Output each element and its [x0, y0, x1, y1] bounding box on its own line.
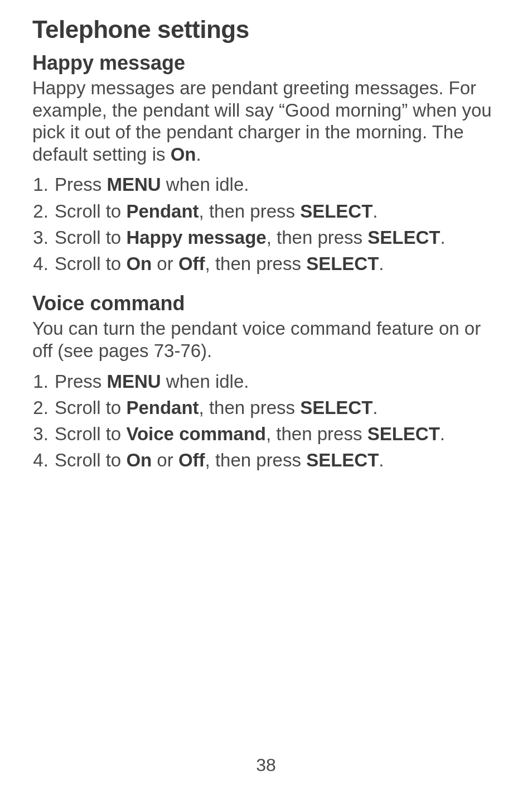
step-text: , then press — [205, 253, 307, 274]
step-text: Scroll to — [55, 253, 126, 274]
bold-happy-message: Happy message — [126, 227, 266, 248]
step-text: or — [152, 253, 178, 274]
step-text: Scroll to — [55, 397, 126, 418]
step-text: Press — [55, 174, 107, 195]
section-voice-command: Voice command You can turn the pendant v… — [32, 292, 500, 471]
section-body-happy-message: Happy messages are pendant greeting mess… — [32, 77, 500, 165]
step-text: when idle. — [161, 174, 249, 195]
section-body-voice-command: You can turn the pendant voice command f… — [32, 317, 500, 362]
document-page: Telephone settings Happy message Happy m… — [0, 0, 532, 472]
step-text: or — [152, 450, 178, 470]
bold-pendant: Pendant — [126, 201, 199, 222]
step-text: , then press — [205, 450, 307, 470]
body-text: Happy messages are pendant greeting mess… — [32, 78, 492, 165]
bold-select: SELECT — [306, 253, 379, 274]
step-text: . — [440, 423, 445, 444]
bold-off: Off — [178, 450, 205, 470]
bold-off: Off — [178, 253, 205, 274]
bold-voice-command: Voice command — [126, 423, 266, 444]
step-text: Scroll to — [55, 450, 126, 470]
list-item: Press MENU when idle. — [54, 173, 500, 196]
step-text: , then press — [199, 397, 301, 418]
step-text: , then press — [267, 227, 368, 248]
bold-select: SELECT — [300, 201, 373, 222]
step-text: , then press — [199, 201, 301, 222]
bold-select: SELECT — [367, 227, 440, 248]
list-item: Scroll to On or Off, then press SELECT. — [54, 449, 500, 471]
body-text: . — [196, 144, 201, 165]
list-item: Scroll to On or Off, then press SELECT. — [54, 252, 500, 275]
list-item: Scroll to Happy message, then press SELE… — [54, 226, 500, 249]
step-text: when idle. — [161, 371, 249, 392]
step-text: Scroll to — [55, 227, 126, 248]
step-text: . — [373, 397, 378, 418]
steps-list-voice-command: Press MENU when idle. Scroll to Pendant,… — [32, 370, 500, 472]
bold-on: On — [126, 450, 152, 470]
step-text: . — [373, 201, 378, 222]
section-heading-voice-command: Voice command — [32, 292, 500, 315]
bold-select: SELECT — [300, 397, 373, 418]
step-text: . — [379, 253, 384, 274]
bold-on: On — [126, 253, 152, 274]
bold-menu: MENU — [107, 371, 161, 392]
list-item: Scroll to Pendant, then press SELECT. — [54, 396, 500, 419]
step-text: . — [440, 227, 445, 248]
step-text: . — [379, 450, 384, 470]
page-number: 38 — [0, 755, 532, 776]
section-heading-happy-message: Happy message — [32, 51, 500, 75]
step-text: Scroll to — [55, 423, 126, 444]
bold-menu: MENU — [107, 174, 161, 195]
bold-on: On — [171, 144, 196, 165]
step-text: Scroll to — [55, 201, 126, 222]
list-item: Press MENU when idle. — [54, 370, 500, 393]
step-text: , then press — [266, 423, 367, 444]
step-text: Press — [55, 371, 107, 392]
bold-pendant: Pendant — [126, 397, 199, 418]
body-text: You can turn the pendant voice command f… — [32, 318, 481, 361]
list-item: Scroll to Voice command, then press SELE… — [54, 422, 500, 445]
bold-select: SELECT — [367, 423, 440, 444]
page-title: Telephone settings — [32, 16, 500, 44]
bold-select: SELECT — [306, 450, 379, 470]
steps-list-happy-message: Press MENU when idle. Scroll to Pendant,… — [32, 173, 500, 275]
list-item: Scroll to Pendant, then press SELECT. — [54, 200, 500, 223]
